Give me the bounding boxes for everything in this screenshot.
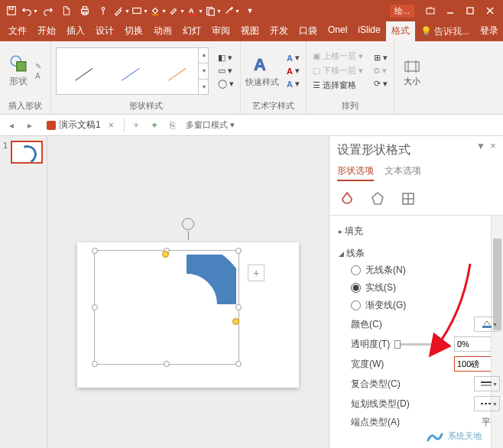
row-width: 宽度(W) <box>339 354 500 374</box>
document-tab[interactable]: 演示文稿1 × <box>41 116 119 134</box>
gallery-more-icon[interactable]: ▾ <box>199 80 209 95</box>
tab-format[interactable]: 格式 <box>386 21 415 41</box>
pane-close-icon[interactable]: × <box>488 141 498 151</box>
font-color-icon[interactable]: A▼ <box>187 2 203 19</box>
compound-type-button[interactable] <box>474 376 500 391</box>
dash-type-button[interactable] <box>474 396 500 411</box>
radio-no-line[interactable]: 无线条(N) <box>339 261 500 279</box>
size-category-icon[interactable] <box>400 190 417 207</box>
text-highlight-icon[interactable]: ▼ <box>168 2 185 19</box>
login-button[interactable]: 登录 <box>475 21 503 41</box>
undo-icon[interactable]: ▼ <box>21 2 38 19</box>
shapes-gallery-button[interactable]: 形状 <box>5 54 32 88</box>
tell-me[interactable]: 💡告诉我... <box>415 21 475 41</box>
rotation-handle[interactable] <box>182 218 194 230</box>
tab-developer[interactable]: 开发 <box>264 21 294 41</box>
section-header-line[interactable]: 线条 <box>339 245 500 261</box>
edit-shape-icon[interactable]: ✎ <box>35 62 46 70</box>
tab-file[interactable]: 文件 <box>3 21 32 41</box>
text-outline-button[interactable]: A▾ <box>285 65 301 76</box>
effects-category-icon[interactable] <box>369 190 386 207</box>
tab-pocket[interactable]: 口袋 <box>294 21 323 41</box>
nav-left-icon[interactable]: ◂ <box>5 118 18 132</box>
canvas[interactable]: + <box>47 136 329 448</box>
resize-handle[interactable] <box>92 304 98 310</box>
svg-rect-11 <box>209 8 214 15</box>
ribbon-options-icon[interactable] <box>420 2 440 19</box>
resize-handle[interactable] <box>92 361 98 367</box>
maximize-icon[interactable] <box>460 2 480 19</box>
selection-box[interactable]: + <box>94 250 239 365</box>
nav-right-icon[interactable]: ▸ <box>23 118 37 132</box>
resize-handle[interactable] <box>235 304 242 310</box>
resize-handle[interactable] <box>92 248 98 254</box>
tab-shape-options[interactable]: 形状选项 <box>337 164 374 181</box>
tab-islide[interactable]: iSlide <box>352 21 385 41</box>
print-icon[interactable] <box>76 2 93 19</box>
arc-shape[interactable] <box>137 255 236 354</box>
slide-thumbnail[interactable]: 1 <box>3 141 44 164</box>
resize-handle[interactable] <box>235 361 242 367</box>
transparency-slider[interactable] <box>394 343 449 346</box>
rotate-button[interactable]: ⟳▾ <box>372 78 389 89</box>
text-box-icon[interactable]: A <box>35 72 46 80</box>
align-button[interactable]: ⊞▾ <box>372 52 389 63</box>
wordart-quickstyles-button[interactable]: A 快速样式 <box>245 54 279 88</box>
tab-home[interactable]: 开始 <box>32 21 61 41</box>
color-picker-button[interactable] <box>474 317 500 332</box>
gallery-up-icon[interactable]: ▴ <box>199 47 209 63</box>
shape-tool-icon[interactable]: ▼ <box>131 2 148 19</box>
scrollbar[interactable] <box>491 216 503 448</box>
row-dash: 短划线类型(D) <box>339 394 500 414</box>
shape-effects-button[interactable]: ◯▾ <box>216 78 235 89</box>
tab-options-icon[interactable]: ✦ <box>148 118 161 132</box>
tab-insert[interactable]: 插入 <box>61 21 90 41</box>
save-icon[interactable] <box>3 2 20 19</box>
adjust-handle[interactable] <box>232 318 239 325</box>
group-button[interactable]: ⧉▾ <box>372 65 389 76</box>
close-icon[interactable] <box>480 2 500 19</box>
paste-icon[interactable]: ▼ <box>205 2 222 19</box>
touch-icon[interactable] <box>95 2 112 19</box>
radio-solid-line[interactable]: 实线(S) <box>339 279 500 297</box>
qat-overflow-icon[interactable]: ▼ <box>242 2 258 19</box>
redo-icon[interactable] <box>40 2 57 19</box>
bring-forward-button[interactable]: ▣上移一层 ▾ <box>311 50 365 63</box>
eyedropper-icon[interactable]: ▼ <box>113 2 130 19</box>
adjust-handle[interactable] <box>162 251 169 258</box>
section-header-fill[interactable]: 填充 <box>339 223 500 239</box>
resize-handle[interactable] <box>164 361 170 367</box>
shape-outline-button[interactable]: ▭▾ <box>216 65 235 76</box>
tab-slideshow[interactable]: 幻灯 <box>177 21 206 41</box>
pane-menu-icon[interactable]: ▼ <box>475 141 486 151</box>
send-backward-button[interactable]: ▢下移一层 ▾ <box>311 64 365 77</box>
row-transparency: 透明度(T) <box>339 334 500 354</box>
tab-text-options[interactable]: 文本选项 <box>385 164 421 181</box>
tab-onel[interactable]: Onel <box>323 21 352 41</box>
fill-line-category-icon[interactable] <box>339 190 355 207</box>
tab-review[interactable]: 审阅 <box>206 21 235 41</box>
tab-transitions[interactable]: 切换 <box>119 21 148 41</box>
text-fill-button[interactable]: A▾ <box>285 52 301 63</box>
brush-icon[interactable]: ▼ <box>223 2 240 19</box>
add-placeholder-button[interactable]: + <box>248 265 264 281</box>
tab-view[interactable]: 视图 <box>235 21 264 41</box>
resize-handle[interactable] <box>235 248 242 254</box>
size-button[interactable]: 大小 <box>399 57 425 87</box>
text-effects-button[interactable]: A▾ <box>285 78 301 89</box>
minimize-icon[interactable] <box>440 2 460 19</box>
tab-design[interactable]: 设计 <box>90 21 119 41</box>
pin-icon[interactable]: ⎘ <box>166 118 180 132</box>
selection-pane-button[interactable]: ☰选择窗格 <box>311 79 365 92</box>
radio-gradient-line[interactable]: 渐变线(G) <box>339 297 500 314</box>
new-file-icon[interactable] <box>58 2 75 19</box>
tab-animations[interactable]: 动画 <box>148 21 177 41</box>
shape-fill-button[interactable]: ◧▾ <box>216 52 235 63</box>
fill-bucket-icon[interactable]: ▼ <box>150 2 167 19</box>
new-tab-icon[interactable]: ＋ <box>129 118 143 132</box>
multi-window-button[interactable]: 多窗口模式 ▾ <box>184 118 236 131</box>
tab-close-icon[interactable]: × <box>109 120 114 131</box>
slide[interactable]: + <box>77 242 299 388</box>
gallery-down-icon[interactable]: ▾ <box>199 63 209 80</box>
shape-style-gallery[interactable]: ▴ ▾ ▾ <box>56 47 209 95</box>
